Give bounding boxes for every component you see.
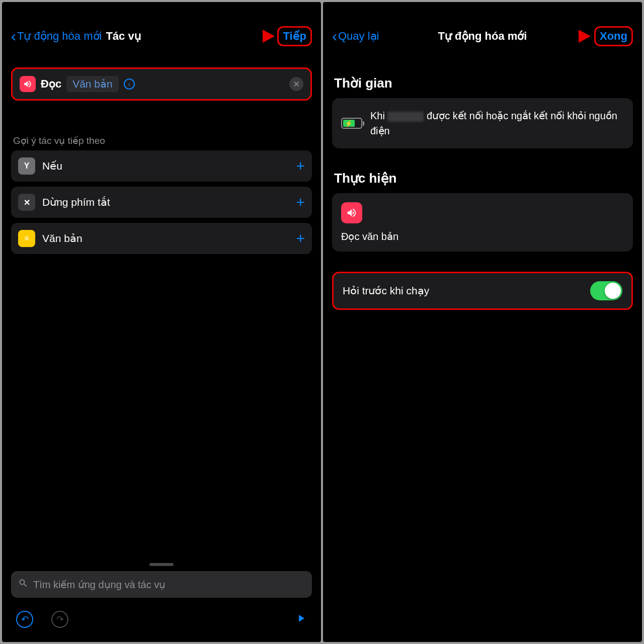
back-label: Tự động hóa mới bbox=[17, 30, 102, 43]
redo-button: ↷ bbox=[51, 611, 68, 628]
battery-charging-icon: ⚡ bbox=[341, 118, 362, 129]
branch-icon: Y bbox=[18, 157, 35, 175]
exec-header: Thực hiện bbox=[323, 148, 642, 193]
speak-icon bbox=[341, 202, 362, 223]
ask-before-run-toggle[interactable] bbox=[590, 281, 622, 300]
add-icon[interactable]: + bbox=[296, 194, 305, 211]
arrow-indicator-icon bbox=[556, 27, 591, 45]
text-icon: ≡ bbox=[18, 230, 35, 247]
done-button[interactable]: Xong bbox=[594, 26, 633, 46]
add-icon[interactable]: + bbox=[296, 230, 305, 247]
add-icon[interactable]: + bbox=[296, 157, 305, 175]
undo-button[interactable]: ↶ bbox=[16, 611, 33, 628]
exec-action-card[interactable]: Đọc văn bản bbox=[332, 193, 633, 252]
exec-action-label: Đọc văn bản bbox=[341, 230, 624, 243]
redacted-device-name bbox=[387, 112, 424, 122]
nav-header: ‹ Quay lại Tự động hóa mới Xong bbox=[323, 2, 642, 53]
action-token[interactable]: Văn bản bbox=[66, 76, 119, 92]
suggestions-header: Gợi ý tác vụ tiếp theo bbox=[2, 111, 321, 150]
time-header: Thời gian bbox=[323, 53, 642, 98]
back-button[interactable]: ‹ Quay lại bbox=[332, 29, 379, 44]
trigger-text: Khi được kết nối hoặc ngắt kết nối khỏi … bbox=[370, 108, 624, 138]
suggestion-item-text[interactable]: ≡ Văn bản + bbox=[11, 223, 312, 254]
back-label: Quay lại bbox=[338, 30, 379, 43]
suggestion-item-stop[interactable]: ✕ Dừng phím tắt + bbox=[11, 187, 312, 218]
chevron-left-icon: ‹ bbox=[11, 29, 16, 44]
search-input[interactable]: Tìm kiếm ứng dụng và tác vụ bbox=[11, 571, 312, 598]
action-name: Đọc bbox=[41, 77, 61, 91]
nav-title: Tác vụ bbox=[106, 30, 141, 43]
back-button[interactable]: ‹ Tự động hóa mới bbox=[11, 29, 102, 44]
chevron-left-icon: ‹ bbox=[332, 29, 337, 44]
grabber-icon[interactable] bbox=[149, 563, 174, 566]
next-button[interactable]: Tiếp bbox=[277, 26, 312, 46]
action-card[interactable]: Đọc Văn bản › ✕ bbox=[11, 67, 312, 101]
search-icon bbox=[18, 578, 28, 591]
nav-header: ‹ Tự động hóa mới Tác vụ Tiếp bbox=[2, 2, 321, 53]
sugg-label: Nếu bbox=[42, 160, 289, 172]
bottom-area: Tìm kiếm ứng dụng và tác vụ ↶ ↷ bbox=[2, 563, 321, 642]
nav-title: Tự động hóa mới bbox=[438, 30, 527, 43]
suggestion-list: Y Nếu + ✕ Dừng phím tắt + ≡ Văn bản + bbox=[2, 150, 321, 254]
sugg-label: Dừng phím tắt bbox=[42, 196, 289, 208]
bottom-toolbar: ↶ ↷ bbox=[2, 604, 321, 642]
search-placeholder: Tìm kiếm ứng dụng và tác vụ bbox=[33, 579, 166, 591]
panel-actions: ‹ Tự động hóa mới Tác vụ Tiếp Đọc Văn bả… bbox=[2, 2, 321, 642]
panel-automation-config: ‹ Quay lại Tự động hóa mới Xong Thời gia… bbox=[323, 2, 642, 642]
play-button[interactable] bbox=[295, 612, 307, 626]
chevron-right-icon[interactable]: › bbox=[124, 78, 135, 90]
clear-button[interactable]: ✕ bbox=[289, 77, 303, 91]
arrow-indicator-icon bbox=[240, 27, 275, 45]
token-label: Văn bản bbox=[72, 78, 113, 90]
ask-before-run-card: Hỏi trước khi chạy bbox=[332, 272, 633, 310]
stop-icon: ✕ bbox=[18, 194, 35, 211]
toggle-knob bbox=[605, 283, 621, 299]
speak-icon bbox=[20, 76, 36, 92]
suggestion-item-if[interactable]: Y Nếu + bbox=[11, 150, 312, 182]
toggle-label: Hỏi trước khi chạy bbox=[343, 285, 590, 297]
time-trigger-card[interactable]: ⚡ Khi được kết nối hoặc ngắt kết nối khỏ… bbox=[332, 98, 633, 148]
sugg-label: Văn bản bbox=[42, 232, 289, 245]
